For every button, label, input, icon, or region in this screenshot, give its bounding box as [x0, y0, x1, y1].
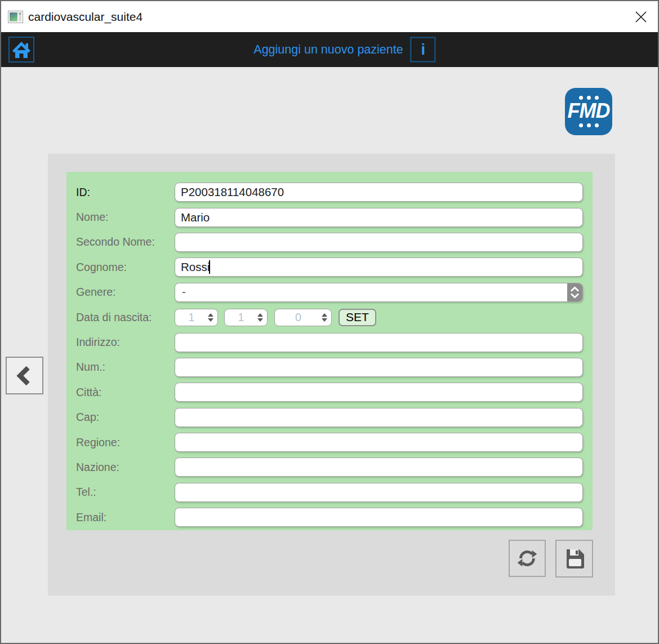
logo-text: FMD [568, 101, 610, 121]
form-row-nazione: Nazione: [66, 455, 593, 479]
year-spinner-arrows[interactable] [322, 313, 327, 322]
arrow-down-icon [208, 318, 213, 322]
fmd-logo: FMD [565, 88, 612, 135]
back-button[interactable] [6, 357, 43, 394]
day-spinner-arrows[interactable] [208, 313, 213, 322]
info-button[interactable]: i [411, 37, 436, 63]
nome-label: Nome: [66, 211, 175, 224]
cognome-input[interactable] [175, 257, 583, 277]
day-value: 1 [175, 311, 208, 324]
regione-label: Regione: [66, 436, 175, 449]
set-date-button[interactable]: SET [339, 309, 376, 326]
cap-label: Cap: [66, 411, 175, 424]
citta-label: Città: [66, 386, 175, 399]
form-row-tel: Tel.: [66, 480, 593, 505]
nazione-label: Nazione: [66, 461, 175, 474]
form-row-email: Email: [66, 505, 593, 530]
nazione-input[interactable] [175, 458, 583, 477]
info-icon: i [421, 42, 425, 57]
form-row-indirizzo: Indirizzo: [66, 330, 593, 354]
form-row-regione: Regione: [66, 430, 593, 455]
year-value: 0 [275, 311, 322, 324]
arrow-down-icon [257, 318, 263, 322]
chevron-up-icon [570, 286, 580, 292]
tel-input[interactable] [175, 483, 583, 502]
form-row-num: Num.: [66, 355, 593, 380]
email-input[interactable] [175, 508, 583, 527]
year-spinner[interactable]: 0 [274, 309, 332, 326]
page-title: Aggiungi un nuovo paziente [253, 43, 403, 57]
regione-input[interactable] [175, 433, 583, 452]
title-bar[interactable]: cardiovascular_suite4 [1, 1, 658, 32]
day-spinner[interactable]: 1 [175, 309, 218, 326]
chevron-left-icon [13, 364, 37, 388]
cap-input[interactable] [175, 408, 583, 427]
month-spinner[interactable]: 1 [224, 309, 268, 326]
close-icon [634, 10, 648, 24]
text-caret [209, 260, 210, 274]
arrow-up-icon [322, 313, 327, 317]
cognome-input-wrap [175, 257, 583, 277]
data-nascita-label: Data di nascita: [66, 311, 175, 324]
nav-bar: Aggiungi un nuovo paziente i [1, 32, 658, 67]
form-row-cognome: Cognome: [66, 255, 593, 279]
nav-center: Aggiungi un nuovo paziente i [253, 37, 435, 63]
home-button[interactable] [8, 37, 34, 63]
form-row-nome: Nome: [66, 205, 593, 229]
form-row-data-nascita: Data di nascita: 1 1 0 SET [66, 305, 593, 330]
chevron-down-icon [570, 293, 580, 299]
form-row-genere: Genere: - [66, 280, 593, 305]
home-icon [11, 39, 32, 60]
patient-form: ID: Nome: Secondo Nome: Cognome: [66, 172, 593, 530]
close-button[interactable] [624, 1, 658, 32]
month-value: 1 [225, 311, 257, 324]
num-label: Num.: [66, 361, 175, 374]
cognome-label: Cognome: [66, 261, 175, 274]
nome-input[interactable] [175, 208, 583, 227]
save-icon [562, 547, 587, 571]
tel-label: Tel.: [66, 486, 175, 499]
secondo-nome-input[interactable] [175, 233, 583, 252]
refresh-icon [514, 545, 540, 571]
app-window: cardiovascular_suite4 Aggiungi un nuovo … [0, 0, 659, 644]
indirizzo-input[interactable] [175, 333, 583, 352]
form-row-cap: Cap: [66, 405, 593, 430]
form-row-citta: Città: [66, 380, 593, 405]
app-icon [8, 11, 23, 23]
arrow-up-icon [257, 313, 263, 317]
arrow-up-icon [208, 313, 213, 317]
id-input[interactable] [175, 183, 583, 202]
window-title: cardiovascular_suite4 [28, 10, 143, 24]
genere-spinner-button[interactable] [567, 283, 582, 301]
logo-dots-bottom [579, 123, 599, 127]
genere-selected-value: - [175, 283, 567, 301]
email-label: Email: [66, 511, 175, 524]
indirizzo-label: Indirizzo: [66, 336, 175, 349]
id-label: ID: [66, 186, 175, 199]
form-panel: ID: Nome: Secondo Nome: Cognome: [48, 154, 615, 596]
citta-input[interactable] [175, 383, 583, 402]
save-button[interactable] [555, 540, 593, 578]
form-row-id: ID: [66, 180, 593, 205]
num-input[interactable] [175, 358, 583, 377]
arrow-down-icon [322, 318, 327, 322]
refresh-button[interactable] [509, 540, 546, 577]
genere-select[interactable]: - [175, 283, 583, 302]
content-area: FMD ID: Nome: Secondo Nome: [1, 67, 658, 643]
genere-label: Genere: [66, 286, 175, 299]
form-row-secondo-nome: Secondo Nome: [66, 230, 593, 255]
secondo-nome-label: Secondo Nome: [66, 236, 175, 248]
month-spinner-arrows[interactable] [257, 313, 263, 322]
